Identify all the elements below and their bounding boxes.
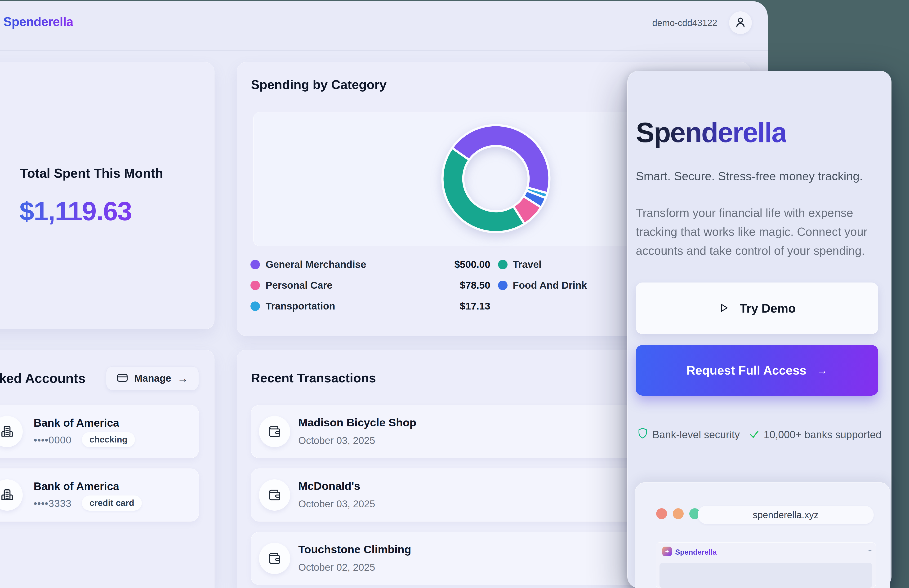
account-number: ••••0000	[34, 435, 71, 446]
legend-label: Transportation	[265, 300, 335, 312]
hero-title: Spenderella	[636, 116, 786, 149]
transaction-merchant: Touchstone Climbing	[298, 543, 411, 556]
browser-divider	[656, 537, 876, 537]
arrow-right-icon: →	[817, 365, 828, 376]
hero-description: Transform your financial life with expen…	[636, 204, 878, 260]
try-demo-label: Try Demo	[740, 301, 796, 315]
legend-dot-general-merchandise	[251, 260, 260, 269]
legend-label: Food And Drink	[513, 280, 587, 291]
wallet-icon	[259, 416, 290, 447]
mini-logo-text: Spenderella	[675, 548, 717, 557]
spenderella-logo-icon	[662, 547, 672, 556]
mini-page-content	[660, 563, 872, 588]
account-bank-name: Bank of America	[34, 417, 119, 429]
user-id-label: demo-cdd43122	[623, 18, 717, 28]
account-type-badge: credit card	[82, 496, 142, 510]
app-logo: Spenderella	[3, 14, 73, 29]
recent-transactions-title: Recent Transactions	[251, 370, 376, 385]
arrow-right-icon: →	[177, 373, 188, 384]
manage-accounts-button[interactable]: Manage →	[106, 366, 199, 391]
transaction-merchant: Madison Bicycle Shop	[298, 416, 416, 429]
url-text: spenderella.xyz	[753, 510, 818, 520]
legend-dot-food-and-drink	[498, 281, 508, 290]
account-type-badge: checking	[82, 432, 135, 447]
spending-donut-chart	[441, 123, 551, 234]
account-row[interactable]	[0, 405, 199, 458]
request-full-access-label: Request Full Access	[686, 363, 807, 377]
legend-dot-personal-care	[251, 281, 260, 290]
account-row[interactable]	[0, 468, 199, 522]
security-badge-label: Bank-level security	[652, 429, 740, 441]
linked-accounts-title: Linked Accounts	[0, 370, 86, 386]
header-divider	[0, 50, 768, 51]
total-spent-title: Total Spent This Month	[20, 166, 163, 181]
check-icon	[749, 428, 760, 441]
banks-badge-label: 10,000+ banks supported	[763, 429, 882, 441]
legend-value: $17.13	[396, 300, 490, 312]
traffic-dot-red	[656, 508, 667, 519]
try-demo-button[interactable]: Try Demo	[636, 283, 878, 334]
page: Spenderella demo-cdd43122 Total Spent Th…	[0, 0, 909, 588]
donut-segment-travel	[442, 148, 524, 232]
wallet-icon	[259, 480, 290, 510]
total-spent-amount: $1,119.63	[19, 196, 132, 226]
legend-label: General Merchandise	[265, 259, 366, 270]
hero-tagline: Smart. Secure. Stress-free money trackin…	[636, 170, 863, 183]
account-bank-name: Bank of America	[34, 480, 119, 493]
user-icon	[734, 16, 747, 29]
avatar[interactable]	[729, 11, 752, 34]
legend-label: Personal Care	[265, 280, 332, 291]
wallet-icon	[259, 543, 290, 574]
shield-icon	[638, 427, 648, 440]
legend-dot-transportation	[251, 302, 260, 311]
traffic-dot-orange	[673, 508, 684, 519]
transaction-date: October 02, 2025	[298, 562, 375, 573]
legend-value: $500.00	[396, 259, 490, 270]
legend-value: $78.50	[396, 280, 490, 291]
legend-dot-travel	[498, 260, 508, 269]
legend-label: Travel	[513, 259, 541, 270]
credit-card-icon	[117, 372, 128, 384]
play-icon	[718, 303, 729, 314]
total-spent-card	[0, 62, 215, 330]
url-bar: spenderella.xyz	[698, 506, 874, 524]
transaction-merchant: McDonald's	[298, 480, 360, 493]
transaction-date: October 03, 2025	[298, 498, 375, 510]
account-number: ••••3333	[34, 498, 71, 509]
request-full-access-button[interactable]: Request Full Access →	[636, 345, 878, 396]
spending-card-title: Spending by Category	[251, 77, 387, 92]
transaction-date: October 03, 2025	[298, 435, 375, 446]
manage-label: Manage	[134, 373, 171, 384]
sparkle-icon	[867, 548, 873, 554]
